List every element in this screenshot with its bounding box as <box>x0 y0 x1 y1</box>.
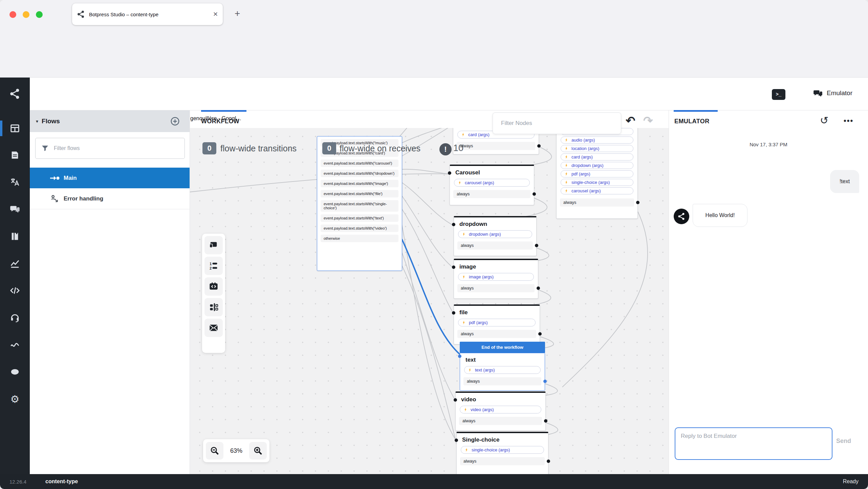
action-text[interactable]: text (args) <box>464 366 541 374</box>
transition-row[interactable]: otherwise <box>321 235 398 242</box>
input-port[interactable] <box>454 398 457 402</box>
node-text-wrapper: End of the workflow text text (args) alw… <box>460 342 545 391</box>
content-section-icon[interactable] <box>0 146 30 164</box>
node-file[interactable]: file pdf (args) always <box>454 304 540 344</box>
redo-icon[interactable]: ↷ <box>643 114 653 127</box>
send-button[interactable]: Send <box>836 438 851 445</box>
collapse-caret-icon[interactable]: ▾ <box>36 119 38 124</box>
terminal-icon[interactable]: >_ <box>772 89 785 100</box>
input-port[interactable] <box>448 171 451 175</box>
output-port[interactable] <box>537 144 541 148</box>
transition-always[interactable]: always <box>457 241 533 250</box>
transition-row[interactable]: event.payload.text.startsWith('!file') <box>321 190 398 197</box>
node-dropdown[interactable]: dropdown dropdown (args) always <box>454 216 537 256</box>
action-video[interactable]: video (args) <box>460 406 541 413</box>
library-section-icon[interactable] <box>0 228 30 245</box>
transition-row[interactable]: event.payload.text.startsWith('!carousel… <box>321 160 398 167</box>
flows-filter-input[interactable] <box>53 145 166 152</box>
misunderstood-squiggle-icon[interactable] <box>0 336 30 354</box>
zoom-out-icon[interactable] <box>206 442 223 460</box>
flow-item-main[interactable]: Main <box>30 168 190 188</box>
say-something-tool[interactable] <box>204 236 223 254</box>
minimize-window-button[interactable] <box>23 11 29 18</box>
transition-row[interactable]: event.payload.text.startsWith('!video') <box>321 225 398 232</box>
email-tool[interactable] <box>204 319 223 337</box>
transition-always[interactable]: always <box>460 457 545 465</box>
output-port[interactable] <box>535 244 538 247</box>
filter-nodes-box <box>493 112 621 134</box>
emulator-menu-icon[interactable]: ••• <box>844 116 853 125</box>
node-transitions-router[interactable]: event.payload.text.startsWith('!music') … <box>317 136 402 271</box>
new-tab-button[interactable]: + <box>235 8 240 19</box>
node-single-choice[interactable]: Single-choice single-choice (args) alway… <box>456 432 548 474</box>
filter-nodes-input[interactable] <box>500 120 610 127</box>
action-single-choice[interactable]: single-choice (args) <box>461 446 544 454</box>
transition-row[interactable]: event.payload.text.startsWith('!single-c… <box>321 200 398 212</box>
input-port[interactable] <box>452 265 455 269</box>
transition-always[interactable]: always <box>459 417 542 425</box>
output-port[interactable] <box>636 201 639 204</box>
output-port[interactable] <box>537 286 540 290</box>
action-pdf[interactable]: pdf (args) <box>458 319 536 326</box>
flows-section-icon[interactable] <box>0 120 30 137</box>
split-router-tool[interactable] <box>204 298 223 316</box>
analytics-section-icon[interactable] <box>0 255 30 272</box>
action-pdf[interactable]: pdf (args) <box>561 170 633 177</box>
action-card[interactable]: card (args) <box>561 153 633 161</box>
end-of-workflow-banner: End of the workflow <box>460 342 545 353</box>
output-port[interactable] <box>547 460 550 463</box>
qna-chat-icon[interactable] <box>0 200 30 218</box>
oval-section-icon[interactable] <box>0 363 30 381</box>
input-port[interactable] <box>455 439 458 442</box>
output-port[interactable] <box>543 380 547 383</box>
close-window-button[interactable] <box>9 11 16 18</box>
maximize-window-button[interactable] <box>36 11 43 18</box>
input-port[interactable] <box>452 223 455 226</box>
transition-always[interactable]: always <box>560 198 634 207</box>
ordered-list-tool[interactable]: 12 <box>204 257 223 275</box>
workflow-canvas[interactable]: 0 flow-wide transitions 0 flow-wide on r… <box>190 128 669 474</box>
node-image[interactable]: image image (args) always <box>454 259 538 299</box>
action-location[interactable]: location (args) <box>561 145 633 152</box>
action-dropdown[interactable]: dropdown (args) <box>561 162 633 169</box>
action-carousel[interactable]: carousel (args) <box>454 179 530 187</box>
zoom-in-icon[interactable] <box>249 442 267 460</box>
studio-topbar: >_ Emulator <box>30 78 868 110</box>
action-single-choice[interactable]: single-choice (args) <box>561 179 633 186</box>
action-carousel[interactable]: carousel (args) <box>561 187 633 194</box>
tab-close-icon[interactable]: ✕ <box>213 10 218 18</box>
transition-always[interactable]: always <box>457 330 536 338</box>
support-headset-icon[interactable] <box>0 309 30 326</box>
node-text[interactable]: text text (args) always <box>460 353 545 391</box>
code-section-icon[interactable] <box>0 282 30 299</box>
transition-row[interactable]: event.payload.text.startsWith('!dropdown… <box>321 170 398 177</box>
output-port[interactable] <box>544 419 547 423</box>
node-receive-all[interactable]: video (args) audio (args) location (args… <box>556 128 638 219</box>
add-flow-icon[interactable] <box>170 116 180 126</box>
settings-gear-icon[interactable]: ⚙ <box>0 390 30 408</box>
transition-always[interactable]: always <box>457 284 535 292</box>
transition-always[interactable]: always <box>457 142 535 150</box>
action-image[interactable]: image (args) <box>458 273 534 281</box>
node-carousel[interactable]: Carousel carousel (args) always <box>450 165 534 205</box>
action-audio[interactable]: audio (args) <box>561 136 633 144</box>
flow-item-error-handling[interactable]: Error handling <box>30 188 190 209</box>
action-dropdown[interactable]: dropdown (args) <box>458 230 532 238</box>
input-port[interactable] <box>458 355 461 358</box>
input-port[interactable] <box>452 311 455 315</box>
transition-always[interactable]: always <box>453 190 530 198</box>
transition-row[interactable]: event.payload.text.startsWith('!image') <box>321 180 398 187</box>
output-port[interactable] <box>538 332 542 336</box>
node-video[interactable]: video video (args) always <box>455 391 546 431</box>
output-port[interactable] <box>533 192 536 196</box>
reset-conversation-icon[interactable]: ↺ <box>820 114 828 126</box>
nlu-translate-icon[interactable] <box>0 173 30 191</box>
transition-always[interactable]: always <box>463 377 541 385</box>
transition-row[interactable]: event.payload.text.startsWith('!text') <box>321 214 398 222</box>
emulator-toggle-button[interactable]: Emulator <box>813 88 852 98</box>
execute-code-tool[interactable] <box>204 277 223 296</box>
undo-icon[interactable]: ↶ <box>626 114 635 127</box>
reply-input[interactable] <box>680 432 827 454</box>
botpress-logo-icon[interactable] <box>0 85 30 103</box>
browser-tab[interactable]: Botpress Studio – content-type ✕ <box>72 3 223 25</box>
